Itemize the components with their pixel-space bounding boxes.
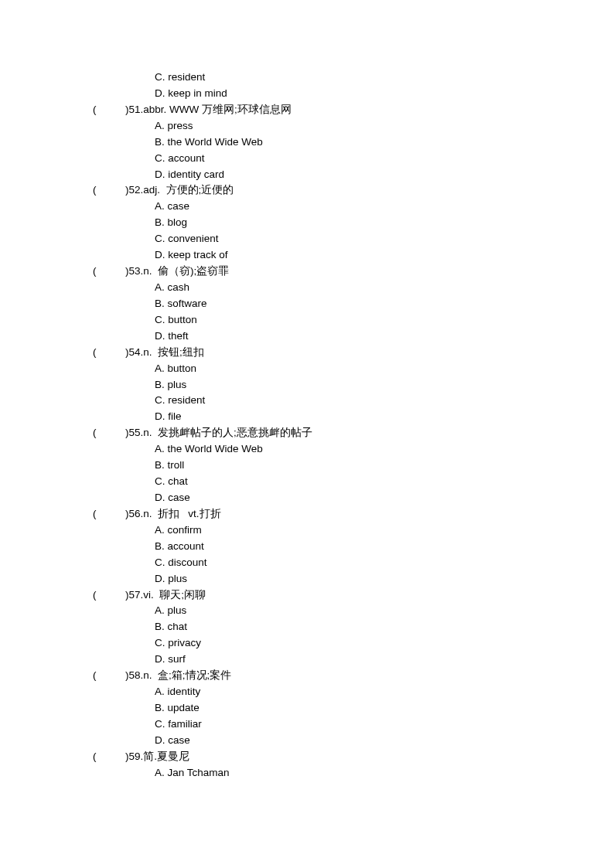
option-letter: B. xyxy=(155,540,168,552)
option-letter: C. xyxy=(155,557,168,568)
option-text: button xyxy=(168,314,197,325)
option-row: D. keep in mind xyxy=(93,86,614,102)
question-row: ( )51.abbr. WWW 万维网;环球信息网 xyxy=(93,102,614,118)
option-text: chat xyxy=(168,475,188,487)
option-row: B. plus xyxy=(93,377,614,393)
option-letter: C. xyxy=(155,152,168,164)
answer-blank[interactable] xyxy=(97,751,126,762)
question-prompt: n. 盒;箱;情况;案件 xyxy=(143,669,231,681)
option-text: cash xyxy=(168,281,190,293)
option-row: D. plus xyxy=(93,571,614,587)
option-text: plus xyxy=(168,379,187,390)
option-letter: A. xyxy=(155,363,168,374)
question-number: 54. xyxy=(129,346,144,358)
option-text: Jan Tchaman xyxy=(168,767,230,778)
option-letter: A. xyxy=(155,686,168,697)
option-letter: C. xyxy=(155,233,168,244)
option-row: C. button xyxy=(93,312,614,328)
question-prompt: adj. 方便的;近便的 xyxy=(143,184,234,196)
option-text: resident xyxy=(168,71,205,83)
option-letter: B. xyxy=(155,379,168,390)
option-text: the World Wide Web xyxy=(168,136,263,148)
option-letter: A. xyxy=(155,120,168,131)
question-number: 57. xyxy=(129,589,144,601)
question-row: ( )57.vi. 聊天;闲聊 xyxy=(93,587,614,604)
option-row: C. resident xyxy=(93,393,614,409)
option-text: surf xyxy=(168,653,186,665)
option-letter: C. xyxy=(155,314,168,325)
question-row: ( )54.n. 按钮;纽扣 xyxy=(93,345,614,361)
question-prompt: vi. 聊天;闲聊 xyxy=(143,589,206,601)
option-text: case xyxy=(168,200,190,212)
option-text: account xyxy=(168,152,204,164)
option-text: button xyxy=(168,363,197,374)
option-row: B. update xyxy=(93,700,614,717)
option-text: press xyxy=(168,120,193,131)
option-row: D. theft xyxy=(93,328,614,345)
option-letter: C. xyxy=(155,71,168,83)
question-row: ( )58.n. 盒;箱;情况;案件 xyxy=(93,668,614,684)
option-text: software xyxy=(168,298,207,309)
option-text: case xyxy=(168,492,190,503)
option-row: A. confirm xyxy=(93,523,614,539)
answer-blank[interactable] xyxy=(97,346,126,358)
question-number: 55. xyxy=(129,427,144,438)
option-letter: B. xyxy=(155,702,168,713)
option-letter: D. xyxy=(155,168,168,180)
option-text: case xyxy=(168,734,190,746)
option-text: resident xyxy=(168,394,205,406)
question-row: ( )59.简.夏曼尼 xyxy=(93,749,614,765)
option-row: D. case xyxy=(93,733,614,749)
answer-blank[interactable] xyxy=(97,427,126,438)
option-row: B. blog xyxy=(93,215,614,231)
question-prompt: 简.夏曼尼 xyxy=(143,751,189,762)
answer-blank[interactable] xyxy=(97,508,126,519)
question-prompt: n. 折扣 vt.打折 xyxy=(143,508,220,519)
option-text: plus xyxy=(168,604,187,616)
option-row: A. button xyxy=(93,361,614,377)
answer-blank[interactable] xyxy=(97,589,126,601)
option-text: identity xyxy=(168,686,201,697)
answer-blank[interactable] xyxy=(97,184,126,196)
option-text: chat xyxy=(168,621,188,632)
option-text: account xyxy=(168,540,204,552)
option-text: file xyxy=(168,410,181,422)
option-letter: C. xyxy=(155,394,168,406)
answer-blank[interactable] xyxy=(97,669,126,681)
option-letter: B. xyxy=(155,298,168,309)
option-letter: B. xyxy=(155,136,168,148)
option-text: theft xyxy=(168,330,188,342)
option-row: B. chat xyxy=(93,619,614,635)
option-row: D. keep track of xyxy=(93,247,614,264)
answer-blank[interactable] xyxy=(97,265,126,277)
option-letter: B. xyxy=(155,621,168,632)
option-letter: A. xyxy=(155,443,168,454)
option-row: C. convenient xyxy=(93,231,614,247)
option-text: identity card xyxy=(168,168,224,180)
option-letter: A. xyxy=(155,767,168,778)
option-letter: D. xyxy=(155,410,168,422)
option-row: A. the World Wide Web xyxy=(93,441,614,458)
question-row: ( )52.adj. 方便的;近便的 xyxy=(93,182,614,199)
option-row: A. case xyxy=(93,199,614,215)
option-letter: B. xyxy=(155,459,168,471)
option-row: C. discount xyxy=(93,555,614,571)
option-row: A. press xyxy=(93,118,614,134)
option-row: D. surf xyxy=(93,652,614,668)
option-row: A. cash xyxy=(93,280,614,296)
option-text: familiar xyxy=(168,718,202,730)
question-prompt: n. 发挑衅帖子的人;恶意挑衅的帖子 xyxy=(143,427,312,438)
option-row: D. identity card xyxy=(93,167,614,183)
question-row: ( )53.n. 偷（窃);盗窃罪 xyxy=(93,264,614,280)
option-text: keep in mind xyxy=(168,87,227,99)
answer-blank[interactable] xyxy=(97,104,126,115)
option-text: plus xyxy=(168,573,187,584)
question-number: 53. xyxy=(129,265,144,277)
option-text: discount xyxy=(168,557,206,568)
option-row: A. plus xyxy=(93,603,614,619)
option-row: C. privacy xyxy=(93,635,614,652)
option-letter: B. xyxy=(155,216,168,228)
option-letter: C. xyxy=(155,637,168,648)
option-row: C. familiar xyxy=(93,717,614,733)
option-row: D. file xyxy=(93,409,614,425)
